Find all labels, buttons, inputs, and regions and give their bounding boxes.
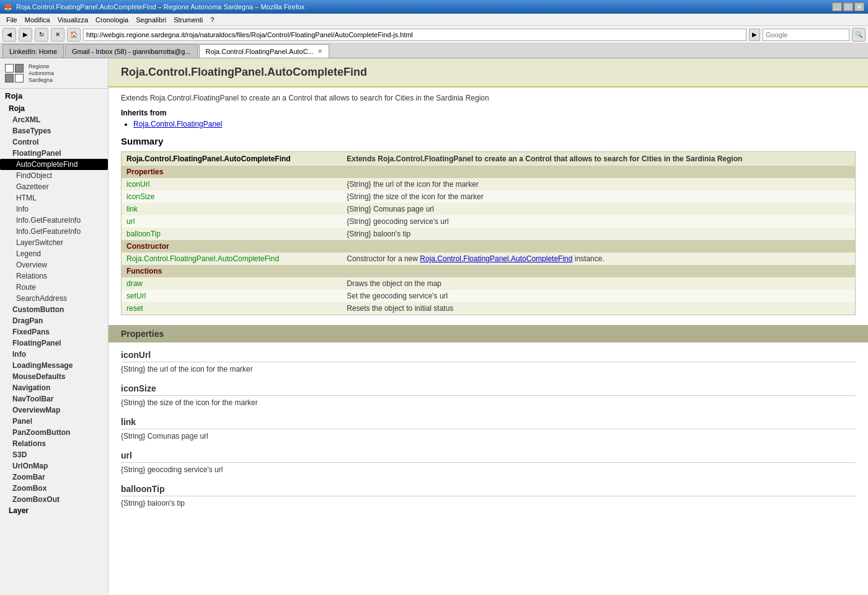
sidebar-item-control[interactable]: Control <box>0 136 108 148</box>
forward-button[interactable]: ▶ <box>19 28 32 42</box>
sidebar-item-zoombar[interactable]: ZoomBar <box>0 472 108 483</box>
sidebar-item-info-getfeatureinfo2[interactable]: Info.GetFeatureInfo <box>0 226 108 237</box>
main-layout: Regione Autonoma Sardegna Roja Roja ArcX… <box>0 58 868 595</box>
sidebar-item-navigation[interactable]: Navigation <box>0 382 108 393</box>
summary-desc-constructor: Constructor for a new Roja.Control.Float… <box>342 253 855 265</box>
summary-row-balloontip: balloonTip {String} baloon's tip <box>122 228 856 240</box>
summary-row-constructor: Roja.Control.FloatingPanel.AutoCompleteF… <box>122 253 856 265</box>
summary-row-link: link {String} Comunas page url <box>122 203 856 215</box>
sidebar-item-route[interactable]: Route <box>0 282 108 293</box>
sidebar-item-panzoombutton[interactable]: PanZoomButton <box>0 427 108 438</box>
tab-label-roja: Roja.Control.FloatingPanel.AutoC... <box>206 48 314 55</box>
summary-desc-seturl: Set the geocoding service's url <box>342 290 855 302</box>
sidebar-item-autocomplete[interactable]: AutoCompleteFind <box>0 159 108 170</box>
menu-segnalibri[interactable]: Segnalibri <box>132 16 170 24</box>
inherits-link[interactable]: Roja.Control.FloatingPanel <box>133 120 222 128</box>
summary-group-properties: Properties <box>122 166 856 178</box>
menu-file[interactable]: File <box>2 16 21 24</box>
sidebar-item-roja-top[interactable]: Roja <box>0 89 108 103</box>
search-input[interactable] <box>763 29 849 41</box>
sidebar-item-layerswitcher[interactable]: LayerSwitcher <box>0 237 108 248</box>
sidebar-item-panel[interactable]: Panel <box>0 416 108 427</box>
menu-visualizza[interactable]: Visualizza <box>54 16 92 24</box>
sidebar-item-s3d[interactable]: S3D <box>0 449 108 460</box>
back-button[interactable]: ◀ <box>2 28 16 42</box>
sidebar-item-zoombox[interactable]: ZoomBox <box>0 483 108 494</box>
menu-cronologia[interactable]: Cronologia <box>92 16 132 24</box>
sidebar-item-legend[interactable]: Legend <box>0 248 108 259</box>
sidebar-item-searchaddress[interactable]: SearchAddress <box>0 293 108 304</box>
sidebar-item-roja[interactable]: Roja <box>0 103 108 114</box>
summary-prop-draw[interactable]: draw <box>122 277 342 290</box>
minimize-button[interactable]: _ <box>832 2 842 11</box>
sidebar-item-urlonmap[interactable]: UrlOnMap <box>0 460 108 472</box>
summary-section: Summary Roja.Control.FloatingPanel.AutoC… <box>121 136 856 315</box>
sidebar-item-info2[interactable]: Info <box>0 349 108 360</box>
properties-section-header: Properties <box>108 325 868 342</box>
summary-prop-iconurl[interactable]: iconUrl <box>122 178 342 190</box>
menu-modifica[interactable]: Modifica <box>21 16 54 24</box>
sidebar-item-floatingpanel[interactable]: FloatingPanel <box>0 148 108 159</box>
reload-button[interactable]: ↻ <box>35 28 48 42</box>
sidebar-item-findobject[interactable]: FindObject <box>0 170 108 181</box>
summary-class-name: Roja.Control.FloatingPanel.AutoCompleteF… <box>122 152 342 166</box>
logo-sq-1 <box>5 64 14 73</box>
sidebar-item-gazetteer[interactable]: Gazetteer <box>0 181 108 192</box>
maximize-button[interactable]: □ <box>843 2 853 11</box>
summary-prop-seturl[interactable]: setUrl <box>122 290 342 302</box>
summary-prop-iconsize[interactable]: iconSize <box>122 190 342 203</box>
property-url: url {String} geocoding service's url <box>121 450 856 474</box>
property-desc-iconurl: {String} the url of the icon for the mar… <box>121 365 856 374</box>
sidebar-item-info1[interactable]: Info <box>0 204 108 215</box>
sidebar-item-layer[interactable]: Layer <box>0 505 108 516</box>
property-name-link: link <box>121 417 856 429</box>
summary-group-properties-label: Properties <box>122 166 856 178</box>
sidebar-item-relations2[interactable]: Relations <box>0 438 108 449</box>
summary-prop-reset[interactable]: reset <box>122 302 342 315</box>
address-input[interactable] <box>83 29 746 41</box>
sidebar-item-floatingpanel2[interactable]: FloatingPanel <box>0 338 108 349</box>
firefox-icon: 🦊 <box>4 3 12 11</box>
summary-prop-balloontip[interactable]: balloonTip <box>122 228 342 240</box>
sidebar-item-html[interactable]: HTML <box>0 192 108 204</box>
sidebar-item-info-getfeatureinfo1[interactable]: Info.GetFeatureInfo <box>0 215 108 226</box>
sidebar-item-arcxml[interactable]: ArcXML <box>0 114 108 125</box>
sidebar-item-relations1[interactable]: Relations <box>0 271 108 282</box>
search-button[interactable]: 🔍 <box>852 28 866 42</box>
property-desc-balloontip: {String} baloon's tip <box>121 499 856 508</box>
property-link: link {String} Comunas page url <box>121 417 856 441</box>
summary-desc-url: {String} geocoding service's url <box>342 215 855 228</box>
tab-close-roja[interactable]: ✕ <box>317 48 322 55</box>
tab-linkedin[interactable]: LinkedIn: Home <box>2 44 64 58</box>
menu-strumenti[interactable]: Strumenti <box>170 16 206 24</box>
menu-help[interactable]: ? <box>206 16 218 24</box>
home-button[interactable]: 🏠 <box>67 28 81 42</box>
tab-roja[interactable]: Roja.Control.FloatingPanel.AutoC... ✕ <box>199 44 329 58</box>
summary-class-desc: Extends Roja.Control.FloatingPanel to cr… <box>342 152 855 166</box>
tab-label-linkedin: LinkedIn: Home <box>9 48 57 55</box>
sidebar-item-navtoolbar[interactable]: NavToolBar <box>0 393 108 405</box>
summary-row-url: url {String} geocoding service's url <box>122 215 856 228</box>
summary-prop-link[interactable]: link <box>122 203 342 215</box>
go-button[interactable]: ▶ <box>749 29 760 41</box>
sidebar-item-zoomboxout[interactable]: ZoomBoxOut <box>0 494 108 505</box>
summary-title: Summary <box>121 136 856 146</box>
summary-prop-url[interactable]: url <box>122 215 342 228</box>
sidebar-item-custombutton[interactable]: CustomButton <box>0 304 108 315</box>
close-button[interactable]: ✕ <box>854 2 864 11</box>
summary-prop-constructor[interactable]: Roja.Control.FloatingPanel.AutoCompleteF… <box>122 253 342 265</box>
sidebar-item-fixedpans[interactable]: FixedPans <box>0 326 108 338</box>
sidebar-item-basetypes[interactable]: BaseTypes <box>0 125 108 136</box>
titlebar-controls[interactable]: _ □ ✕ <box>832 2 864 11</box>
stop-button[interactable]: ✕ <box>51 28 64 42</box>
summary-desc-balloontip: {String} baloon's tip <box>342 228 855 240</box>
sidebar-item-mousedefaults[interactable]: MouseDefaults <box>0 371 108 382</box>
constructor-link[interactable]: Roja.Control.FloatingPanel.AutoCompleteF… <box>420 254 572 263</box>
sidebar-item-overview[interactable]: Overview <box>0 259 108 271</box>
sidebar: Regione Autonoma Sardegna Roja Roja ArcX… <box>0 58 108 595</box>
content-area: Roja.Control.FloatingPanel.AutoCompleteF… <box>108 58 868 595</box>
sidebar-item-dragpan[interactable]: DragPan <box>0 315 108 326</box>
tab-gmail[interactable]: Gmail - Inbox (58) - giannibarrotta@g... <box>65 44 198 58</box>
sidebar-item-overviewmap[interactable]: OverviewMap <box>0 405 108 416</box>
sidebar-item-loadingmessage[interactable]: LoadingMessage <box>0 360 108 371</box>
